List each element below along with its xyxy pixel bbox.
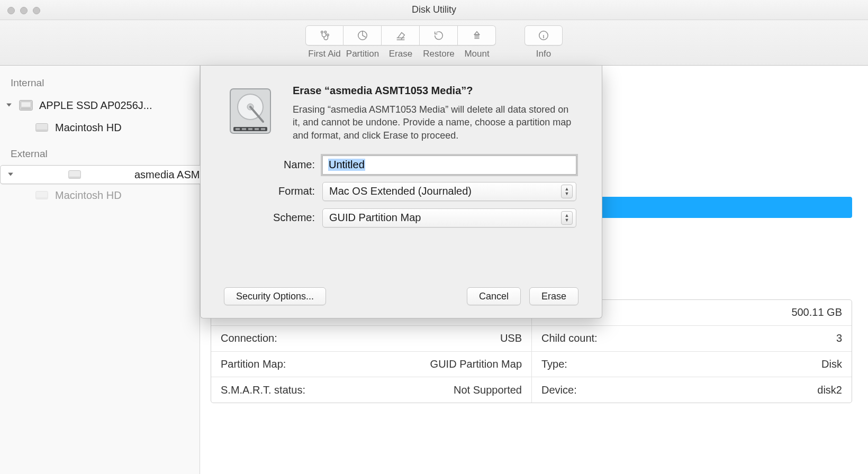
mount-button[interactable] — [458, 25, 496, 45]
external-disk-icon — [67, 167, 83, 183]
disclosure-triangle-icon[interactable] — [7, 171, 14, 178]
svg-rect-11 — [68, 177, 80, 179]
minimize-window-button[interactable] — [20, 7, 28, 14]
disclosure-triangle-icon[interactable] — [5, 102, 13, 108]
toolbar: First Aid Partition Erase Restore Mount — [0, 20, 868, 66]
window-title: Disk Utility — [412, 4, 456, 15]
sidebar-item-external-volume[interactable]: Macintosh HD — [0, 184, 200, 206]
cancel-button[interactable]: Cancel — [467, 287, 521, 305]
format-select[interactable]: Mac OS Extended (Journaled) ▲▼ — [322, 182, 576, 201]
erase-button[interactable]: Erase — [529, 287, 578, 305]
svg-point-2 — [327, 34, 329, 36]
name-input[interactable]: Untitled — [322, 156, 576, 175]
sidebar-header-internal: Internal — [0, 75, 200, 94]
svg-point-1 — [324, 31, 327, 33]
erase-toolbar-button[interactable] — [382, 25, 420, 45]
svg-point-0 — [321, 31, 323, 33]
sidebar-header-external: External — [0, 146, 200, 165]
restore-button[interactable] — [420, 25, 458, 45]
sidebar-item-label: Macintosh HD — [55, 189, 122, 202]
svg-rect-21 — [255, 128, 259, 130]
zoom-window-button[interactable] — [33, 7, 40, 14]
mount-label: Mount — [464, 49, 489, 59]
close-window-button[interactable] — [7, 7, 15, 14]
restore-label: Restore — [423, 49, 455, 59]
erase-toolbar-label: Erase — [389, 49, 412, 59]
sidebar-item-internal-disk[interactable]: APPLE SSD AP0256J... — [0, 94, 200, 116]
svg-rect-13 — [36, 197, 48, 199]
hard-drive-icon — [224, 85, 277, 138]
stepper-icon: ▲▼ — [561, 185, 573, 198]
partition-button[interactable] — [343, 25, 382, 45]
volume-icon — [34, 120, 50, 135]
format-value: Mac OS Extended (Journaled) — [329, 185, 472, 197]
stepper-icon: ▲▼ — [561, 211, 573, 225]
name-label: Name: — [195, 159, 315, 171]
format-label: Format: — [195, 185, 315, 197]
partition-label: Partition — [346, 49, 379, 59]
usage-bar — [599, 197, 852, 218]
info-icon — [538, 30, 549, 41]
first-aid-button[interactable] — [305, 25, 343, 45]
svg-rect-18 — [236, 128, 240, 130]
dialog-form: Name: Untitled Format: Mac OS Extended (… — [224, 156, 578, 227]
info-button[interactable] — [525, 25, 563, 45]
info-row: Connection:USB — [211, 326, 531, 352]
sidebar-item-label: APPLE SSD AP0256J... — [39, 99, 152, 112]
sidebar: Internal APPLE SSD AP0256J... Macintosh … — [0, 66, 200, 474]
dialog-title: Erase “asmedia ASMT1053 Media”? — [293, 85, 578, 97]
svg-rect-20 — [248, 128, 252, 130]
erase-icon — [395, 30, 406, 41]
svg-rect-9 — [36, 130, 48, 132]
info-row: Partition Map:GUID Partition Map — [211, 352, 531, 378]
svg-rect-6 — [21, 102, 31, 107]
pie-icon — [357, 30, 368, 41]
info-row: Device:disk2 — [531, 377, 852, 403]
dialog-message: Erasing “asmedia ASMT1053 Media” will de… — [293, 103, 578, 142]
info-label: Info — [536, 49, 551, 59]
info-row: Child count:3 — [531, 326, 852, 352]
first-aid-label: First Aid — [308, 49, 340, 59]
svg-rect-7 — [21, 108, 31, 110]
sidebar-item-label: Macintosh HD — [55, 122, 122, 134]
volume-icon — [34, 187, 50, 203]
scheme-value: GUID Partition Map — [329, 212, 421, 224]
info-row: S.M.A.R.T. status:Not Supported — [211, 377, 531, 403]
mount-icon — [471, 30, 483, 41]
info-row: Type:Disk — [531, 352, 852, 378]
svg-rect-19 — [242, 128, 246, 130]
titlebar: Disk Utility — [0, 0, 868, 20]
scheme-label: Scheme: — [195, 212, 315, 224]
sidebar-item-internal-volume[interactable]: Macintosh HD — [0, 116, 200, 139]
name-input-value: Untitled — [328, 159, 365, 171]
svg-rect-22 — [261, 128, 265, 130]
stethoscope-icon — [319, 30, 330, 41]
scheme-select[interactable]: GUID Partition Map ▲▼ — [322, 208, 576, 227]
window-controls — [7, 7, 40, 14]
restore-icon — [433, 30, 445, 41]
erase-sheet: Erase “asmedia ASMT1053 Media”? Erasing … — [200, 66, 602, 318]
security-options-button[interactable]: Security Options... — [224, 287, 326, 305]
internal-disk-icon — [18, 97, 34, 113]
